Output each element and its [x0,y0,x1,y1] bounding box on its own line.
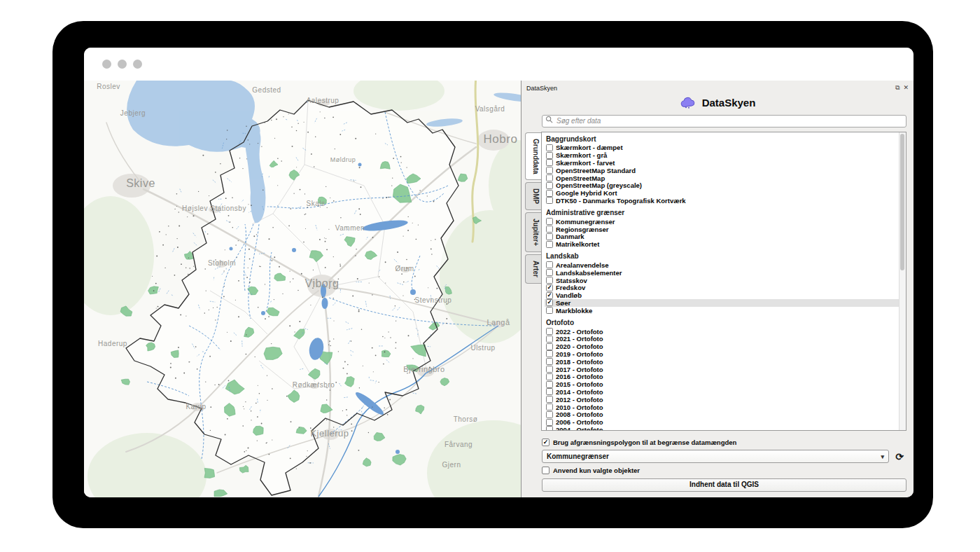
layer-row[interactable]: OpenStreetMap [545,174,899,182]
layer-row[interactable]: ✓Vandløb [545,291,899,299]
layer-checkbox[interactable] [546,226,553,233]
layer-checkbox[interactable] [546,350,553,357]
layer-row[interactable]: 2021 - Ortofoto [545,335,899,343]
layer-row[interactable]: 2015 - Ortofoto [545,380,899,388]
layer-row[interactable]: Markblokke [545,307,899,315]
layer-row[interactable]: 2012 - Ortofoto [545,396,899,403]
layer-checkbox[interactable] [546,269,553,276]
layer-checkbox[interactable] [546,174,553,181]
layer-label: Kommunegrænser [556,218,615,226]
float-panel-icon[interactable]: ⧉ [895,84,899,92]
layer-checkbox[interactable] [546,144,553,151]
layer-checkbox[interactable] [546,182,553,189]
layer-row[interactable]: OpenStreetMap Standard [545,167,899,174]
layer-checkbox[interactable] [546,426,553,430]
tab-jupiter-[interactable]: Jupiter+ [525,212,541,252]
layer-checkbox[interactable] [546,152,553,159]
layer-checkbox[interactable] [546,197,553,204]
layer-checkbox[interactable] [546,328,553,335]
layer-row[interactable]: 2019 - Ortofoto [545,350,899,358]
layer-checkbox[interactable] [546,411,553,418]
layer-checkbox[interactable]: ✓ [546,284,553,291]
layer-checkbox[interactable] [546,373,553,380]
checkbox[interactable]: ✓ [542,439,550,446]
layer-checkbox[interactable]: ✓ [546,292,553,299]
layer-checkbox[interactable] [546,261,553,268]
layer-checkbox[interactable] [546,190,553,197]
layer-checkbox[interactable] [546,381,553,388]
layer-checkbox[interactable] [546,358,553,365]
layer-row[interactable]: Skærmkort - farvet [545,159,899,167]
tab-grunddata[interactable]: Grunddata [525,132,541,181]
layer-checkbox[interactable] [546,159,553,166]
layer-row[interactable]: 2014 - Ortofoto [545,388,899,396]
layer-checkbox[interactable] [546,167,553,174]
layer-label: Statsskov [556,277,587,284]
layer-row[interactable]: 2008 - Ortofoto [545,410,899,418]
panel-tabs: GrunddataDMPJupiter+Arter [525,132,541,432]
layer-row[interactable]: Danmark [545,233,899,240]
layer-row[interactable]: 2016 - Ortofoto [545,373,899,380]
layer-row[interactable]: 2017 - Ortofoto [545,366,899,373]
layer-label: Danmark [556,233,584,240]
layer-row[interactable]: 2020 - Ortofoto [545,343,899,350]
selected-features-checkbox[interactable]: Anvend kun valgte objekter [542,467,906,474]
layer-row[interactable]: Skærmkort - grå [545,151,899,159]
layer-row[interactable]: 2004 - Ortofoto [545,426,899,430]
limit-extent-checkbox[interactable]: ✓ Brug afgrænsningspolygon til at begræn… [542,439,906,446]
fetch-data-button[interactable]: Indhent data til QGIS [542,478,906,492]
traffic-light-dot[interactable] [102,60,111,69]
layer-row[interactable]: ✓Fredskov [545,284,899,291]
map-canvas[interactable]: RoslevJebjergGedstedAalestrupMøldrupVals… [84,81,521,497]
layer-row[interactable]: DTK50 - Danmarks Topografisk Kortværk [545,197,899,205]
layer-row[interactable]: 2010 - Ortofoto [545,403,899,411]
layer-checkbox[interactable] [546,277,553,284]
layer-checkbox[interactable] [546,343,553,350]
traffic-light-dot[interactable] [118,60,127,69]
close-panel-icon[interactable]: ✕ [903,84,909,92]
search-input[interactable] [542,115,906,127]
layer-row[interactable]: Matrikelkortet [545,240,899,248]
layer-row[interactable]: Arealanvendelse [545,261,899,269]
boundary-select[interactable]: Kommunegrænser ▾ [542,450,889,463]
checkbox[interactable] [542,467,550,474]
layer-checkbox[interactable] [546,419,553,426]
layer-checkbox[interactable] [546,241,553,248]
layer-row[interactable]: Regionsgrænser [545,226,899,233]
section-header: Baggrundskort [545,134,899,144]
layer-checkbox[interactable] [546,366,553,373]
layer-row[interactable]: ✓Søer [545,299,899,307]
cloud-logo-icon [680,96,696,109]
refresh-button[interactable]: ⟳ [892,450,906,462]
tab-arter[interactable]: Arter [525,254,541,284]
layer-checkbox[interactable] [546,336,553,343]
panel-title: DataSkyen [702,97,756,109]
layer-row[interactable]: 2006 - Ortofoto [545,418,899,426]
layer-row[interactable]: Google Hybrid Kort [545,189,899,197]
tab-dmp[interactable]: DMP [525,182,541,210]
layer-row[interactable]: Statsskov [545,277,899,284]
layer-row[interactable]: Skærmkort - dæmpet [545,144,899,152]
section-header: Administrative grænser [545,207,899,218]
layer-label: 2016 - Ortofoto [556,373,603,380]
layer-list[interactable]: BaggrundskortSkærmkort - dæmpetSkærmkort… [542,132,899,431]
layer-checkbox[interactable] [546,403,553,410]
traffic-light-dot[interactable] [133,60,142,69]
layer-label: Matrikelkortet [556,240,599,248]
dock-title: DataSkyen [526,85,557,92]
layer-checkbox[interactable] [546,218,553,225]
layer-checkbox[interactable]: ✓ [546,299,553,306]
layer-row[interactable]: 2018 - Ortofoto [545,358,899,366]
layer-row[interactable]: 2022 - Ortofoto [545,328,899,336]
limit-extent-label: Brug afgrænsningspolygon til at begrænse… [553,439,736,446]
layer-checkbox[interactable] [546,233,553,240]
layer-row[interactable]: OpenStreetMap (greyscale) [545,181,899,189]
layer-checkbox[interactable] [546,307,553,314]
layer-row[interactable]: Landskabselementer [545,269,899,277]
layer-row[interactable]: Kommunegrænser [545,218,899,226]
scrollbar-thumb[interactable] [900,134,904,271]
layer-checkbox[interactable] [546,396,553,403]
panel-footer: ✓ Brug afgrænsningspolygon til at begræn… [522,436,913,497]
scrollbar[interactable] [899,132,906,431]
layer-checkbox[interactable] [546,388,553,395]
